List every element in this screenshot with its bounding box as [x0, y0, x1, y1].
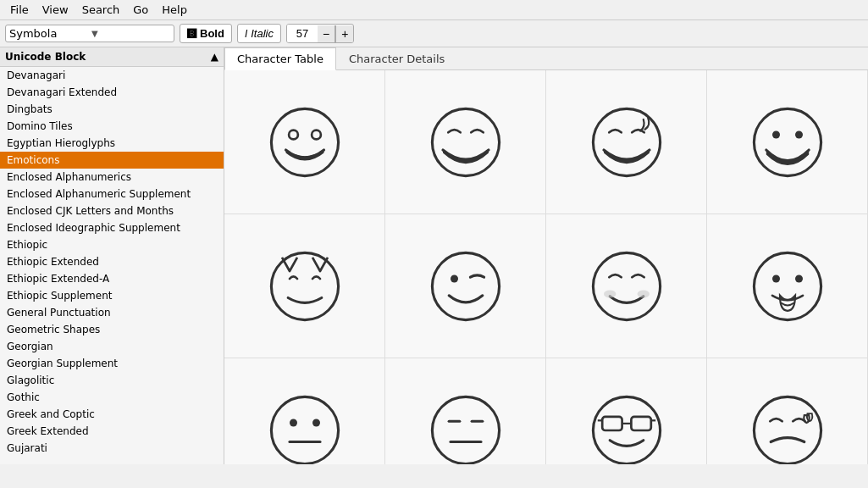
svg-point-6 — [772, 130, 780, 138]
sidebar-item-dingbats[interactable]: Dingbats — [0, 101, 224, 118]
sidebar-item-enclosed-alphanumeric-supplement[interactable]: Enclosed Alphanumeric Supplement — [0, 186, 224, 202]
svg-point-17 — [271, 396, 338, 463]
svg-rect-22 — [602, 416, 622, 430]
menu-file[interactable]: File — [3, 2, 36, 18]
sidebar-item-enclosed-cjk-letters-and-months[interactable]: Enclosed CJK Letters and Months — [0, 202, 224, 219]
svg-point-16 — [795, 274, 803, 282]
sidebar-item-devanagari[interactable]: Devanagari — [0, 67, 224, 84]
bold-label: Bold — [200, 27, 224, 40]
sidebar-item-georgian[interactable]: Georgian — [0, 338, 224, 355]
svg-point-7 — [795, 130, 803, 138]
svg-point-20 — [432, 396, 499, 463]
emoji-icon-1 — [428, 104, 504, 180]
svg-point-11 — [593, 252, 660, 319]
emoji-icon-3 — [749, 104, 826, 180]
emoji-icon-0 — [267, 104, 343, 180]
svg-point-19 — [312, 419, 320, 426]
char-cell-10[interactable] — [546, 358, 707, 464]
size-decrease-button[interactable]: − — [318, 25, 335, 42]
svg-point-9 — [432, 252, 499, 319]
char-cell-11[interactable] — [707, 358, 868, 464]
svg-point-24 — [754, 396, 821, 463]
sidebar-item-enclosed-ideographic-supplement[interactable]: Enclosed Ideographic Supplement — [0, 219, 224, 236]
emoji-icon-7 — [749, 248, 826, 324]
char-cell-8[interactable] — [224, 358, 385, 464]
svg-point-0 — [271, 108, 338, 175]
emoji-icon-2 — [589, 104, 665, 180]
char-cell-5[interactable] — [385, 214, 546, 358]
font-name: Symbola — [9, 27, 88, 40]
emoji-icon-8 — [267, 392, 343, 465]
sidebar-item-devanagari-extended[interactable]: Devanagari Extended — [0, 84, 224, 101]
emoji-icon-10 — [589, 392, 665, 465]
sidebar-item-georgian-supplement[interactable]: Georgian Supplement — [0, 355, 224, 372]
char-cell-6[interactable] — [546, 214, 707, 358]
emoji-icon-4 — [267, 248, 343, 324]
svg-point-12 — [604, 290, 616, 297]
emoji-icon-9 — [428, 392, 504, 465]
svg-point-4 — [593, 108, 660, 175]
menu-view[interactable]: View — [36, 2, 75, 18]
char-cell-7[interactable] — [707, 214, 868, 358]
emoji-icon-6 — [589, 248, 665, 324]
svg-point-1 — [289, 130, 298, 139]
sidebar-item-domino-tiles[interactable]: Domino Tiles — [0, 118, 224, 135]
sidebar-item-general-punctuation[interactable]: General Punctuation — [0, 304, 224, 321]
sidebar-item-ethiopic[interactable]: Ethiopic — [0, 236, 224, 253]
sidebar-item-glagolitic[interactable]: Glagolitic — [0, 372, 224, 389]
font-dropdown[interactable]: Symbola ▼ — [5, 25, 174, 42]
char-cell-4[interactable] — [224, 214, 385, 358]
sidebar-item-ethiopic-supplement[interactable]: Ethiopic Supplement — [0, 287, 224, 304]
svg-point-8 — [271, 252, 338, 319]
toolbar: Symbola ▼ 🅱 Bold I Italic − + — [0, 20, 868, 47]
italic-icon: I — [245, 28, 247, 40]
sidebar-item-ethiopic-extended[interactable]: Ethiopic Extended — [0, 253, 224, 270]
menu-help[interactable]: Help — [155, 2, 194, 18]
svg-rect-23 — [631, 416, 650, 430]
sidebar-header: Unicode Block ▲ — [0, 47, 224, 67]
menu-search[interactable]: Search — [75, 2, 127, 18]
char-cell-9[interactable] — [385, 358, 546, 464]
character-grid — [224, 70, 868, 464]
sidebar-item-ethiopic-extended-a[interactable]: Ethiopic Extended-A — [0, 270, 224, 287]
menu-go[interactable]: Go — [126, 2, 155, 18]
svg-point-3 — [432, 108, 499, 175]
char-cell-2[interactable] — [546, 70, 707, 214]
emoji-icon-5 — [428, 248, 504, 324]
emoji-icon-11 — [749, 392, 826, 465]
dropdown-arrow-icon: ▼ — [91, 29, 170, 38]
sidebar-item-gujarati[interactable]: Gujarati — [0, 440, 224, 457]
sidebar-item-gothic[interactable]: Gothic — [0, 389, 224, 406]
sidebar-item-greek-extended[interactable]: Greek Extended — [0, 423, 224, 440]
tab-bar: Character TableCharacter Details — [224, 47, 868, 70]
char-cell-0[interactable] — [224, 70, 385, 214]
italic-button[interactable]: I Italic — [237, 24, 281, 43]
sidebar-item-geometric-shapes[interactable]: Geometric Shapes — [0, 321, 224, 338]
size-input[interactable] — [287, 25, 318, 42]
char-cell-3[interactable] — [707, 70, 868, 214]
char-cell-1[interactable] — [385, 70, 546, 214]
sidebar-item-enclosed-alphanumerics[interactable]: Enclosed Alphanumerics — [0, 169, 224, 186]
bold-button[interactable]: 🅱 Bold — [180, 24, 232, 43]
svg-point-15 — [772, 274, 780, 282]
sidebar-item-egyptian-hieroglyphs[interactable]: Egyptian Hieroglyphs — [0, 135, 224, 152]
menubar: File View Search Go Help — [0, 0, 868, 20]
svg-point-2 — [312, 130, 321, 139]
sidebar-sort-icon: ▲ — [211, 51, 218, 63]
tab-character-details[interactable]: Character Details — [336, 47, 457, 70]
svg-point-5 — [754, 108, 821, 175]
svg-point-13 — [637, 290, 649, 297]
svg-point-10 — [451, 274, 458, 282]
tab-character-table[interactable]: Character Table — [224, 47, 336, 70]
size-control: − + — [286, 24, 354, 43]
main-layout: Unicode Block ▲ DevanagariDevanagari Ext… — [0, 47, 868, 464]
svg-point-18 — [290, 419, 297, 426]
content-area: Character TableCharacter Details — [224, 47, 868, 464]
sidebar: Unicode Block ▲ DevanagariDevanagari Ext… — [0, 47, 224, 464]
sidebar-item-greek-and-coptic[interactable]: Greek and Coptic — [0, 406, 224, 423]
italic-label: Italic — [251, 27, 274, 40]
bold-icon: 🅱 — [187, 29, 196, 39]
size-increase-button[interactable]: + — [335, 25, 353, 42]
sidebar-item-emoticons[interactable]: Emoticons — [0, 152, 224, 169]
sidebar-header-label: Unicode Block — [5, 51, 86, 63]
